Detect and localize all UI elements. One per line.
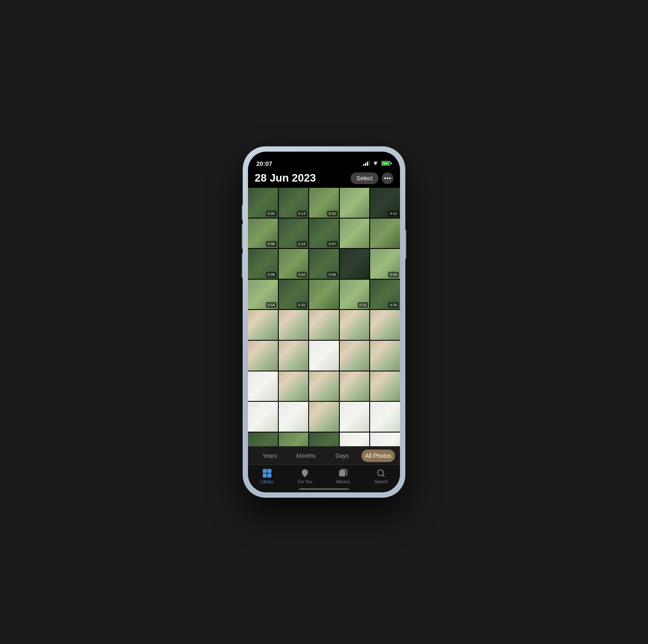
- filter-tab-all[interactable]: All Photos: [361, 450, 395, 462]
- more-button[interactable]: [382, 172, 393, 184]
- svg-point-10: [389, 177, 391, 179]
- photo-overlay: [340, 402, 370, 432]
- photo-cell-36[interactable]: [248, 402, 278, 432]
- duration-badge: 0:12: [388, 211, 399, 216]
- svg-rect-13: [263, 474, 267, 477]
- photo-cell-22[interactable]: [279, 310, 309, 340]
- photo-grid[interactable]: 0:050:130:100:120:060:180:070:080:420:09…: [248, 188, 400, 446]
- photo-cell-5[interactable]: 0:12: [370, 188, 400, 218]
- photo-overlay: [340, 341, 370, 371]
- svg-text:⚡: ⚡: [383, 162, 387, 166]
- photo-cell-4[interactable]: [340, 188, 370, 218]
- photo-row-1: 0:060:180:07: [248, 219, 400, 248]
- photo-row-5: [248, 341, 400, 371]
- volume-down-button[interactable]: [242, 253, 243, 278]
- photo-cell-23[interactable]: [309, 310, 339, 340]
- tab-item-library[interactable]: Library: [248, 468, 286, 484]
- photo-overlay: [309, 433, 339, 446]
- photo-cell-21[interactable]: [248, 310, 278, 340]
- photo-cell-16[interactable]: 0:16: [248, 280, 278, 310]
- svg-point-9: [387, 177, 388, 179]
- photo-cell-20[interactable]: 0:25: [370, 280, 400, 310]
- photo-overlay: [279, 341, 309, 371]
- photo-cell-25[interactable]: [370, 310, 400, 340]
- tab-item-search[interactable]: Search: [362, 468, 400, 484]
- photo-cell-9[interactable]: [340, 219, 370, 248]
- photo-cell-42[interactable]: 0:13: [279, 433, 309, 446]
- photo-cell-34[interactable]: [340, 371, 370, 401]
- photo-overlay: [340, 249, 370, 279]
- photo-cell-15[interactable]: 0:05: [370, 249, 400, 279]
- photo-overlay: [370, 341, 400, 371]
- duration-badge: 0:06: [266, 241, 277, 247]
- photo-cell-27[interactable]: [279, 341, 309, 371]
- photo-cell-26[interactable]: [248, 341, 278, 371]
- photo-overlay: [370, 310, 400, 340]
- photo-overlay: [370, 402, 400, 432]
- filter-tab-days[interactable]: Days: [325, 450, 359, 462]
- photo-cell-13[interactable]: 0:09: [309, 249, 339, 279]
- photo-cell-28[interactable]: [309, 341, 339, 371]
- photo-cell-35[interactable]: [370, 371, 400, 401]
- photo-overlay: [340, 433, 370, 446]
- svg-rect-11: [263, 469, 267, 473]
- photo-cell-33[interactable]: [309, 371, 339, 401]
- photo-cell-45[interactable]: 0:15: [370, 433, 400, 446]
- photo-cell-38[interactable]: [309, 402, 339, 432]
- select-button[interactable]: Select: [351, 172, 378, 184]
- photo-cell-29[interactable]: [340, 341, 370, 371]
- power-button[interactable]: [405, 230, 406, 259]
- photo-cell-8[interactable]: 0:07: [309, 219, 339, 248]
- duration-badge: 0:18: [297, 241, 307, 247]
- photo-cell-18[interactable]: [309, 280, 339, 310]
- filter-tab-months[interactable]: Months: [289, 450, 323, 462]
- photo-date: 28 Jun 2023: [255, 172, 316, 184]
- photo-cell-37[interactable]: [279, 402, 309, 432]
- photo-cell-40[interactable]: [370, 402, 400, 432]
- wifi-icon: [372, 161, 379, 166]
- photo-cell-7[interactable]: 0:18: [279, 219, 309, 248]
- notch: [299, 152, 349, 163]
- photo-overlay: [309, 280, 339, 310]
- photo-cell-44[interactable]: 0:16: [340, 433, 370, 446]
- photo-overlay: [279, 371, 309, 401]
- photo-cell-14[interactable]: [340, 249, 370, 279]
- photo-cell-6[interactable]: 0:06: [248, 219, 278, 248]
- photo-cell-3[interactable]: 0:10: [309, 188, 339, 218]
- volume-up-button[interactable]: [242, 224, 243, 249]
- photo-cell-41[interactable]: [248, 433, 278, 446]
- photo-row-7: [248, 402, 400, 432]
- photo-cell-1[interactable]: 0:05: [248, 188, 278, 218]
- photo-cell-31[interactable]: [248, 371, 278, 401]
- photo-overlay: [248, 433, 278, 446]
- photo-cell-24[interactable]: [340, 310, 370, 340]
- duration-badge: 0:16: [358, 302, 368, 308]
- duration-badge: 0:07: [327, 241, 338, 247]
- duration-badge: 0:42: [297, 272, 307, 278]
- tab-icon-for-you: [300, 468, 310, 478]
- photo-cell-11[interactable]: 0:08: [248, 249, 278, 279]
- svg-rect-5: [391, 162, 392, 164]
- photo-cell-19[interactable]: 0:16: [340, 280, 370, 310]
- photo-cell-10[interactable]: [370, 219, 400, 248]
- photo-overlay: [279, 402, 309, 432]
- photo-overlay: [340, 310, 370, 340]
- photo-cell-2[interactable]: 0:13: [279, 188, 309, 218]
- photo-cell-30[interactable]: [370, 341, 400, 371]
- photo-cell-17[interactable]: 0:32: [279, 280, 309, 310]
- svg-point-8: [384, 177, 386, 179]
- photo-overlay: [370, 433, 400, 446]
- photo-cell-39[interactable]: [340, 402, 370, 432]
- filter-tab-years[interactable]: Years: [253, 450, 287, 462]
- duration-badge: 0:08: [266, 272, 277, 278]
- tab-item-for-you[interactable]: For You: [286, 468, 324, 484]
- tab-item-albums[interactable]: Albums: [324, 468, 362, 484]
- volume-buttons: [242, 205, 243, 278]
- photo-overlay: [340, 219, 370, 248]
- photo-cell-32[interactable]: [279, 371, 309, 401]
- header-actions: Select: [351, 172, 393, 184]
- photo-cell-43[interactable]: 0:22: [309, 433, 339, 446]
- svg-rect-3: [369, 161, 370, 166]
- photo-cell-12[interactable]: 0:42: [279, 249, 309, 279]
- duration-badge: 0:10: [327, 211, 338, 216]
